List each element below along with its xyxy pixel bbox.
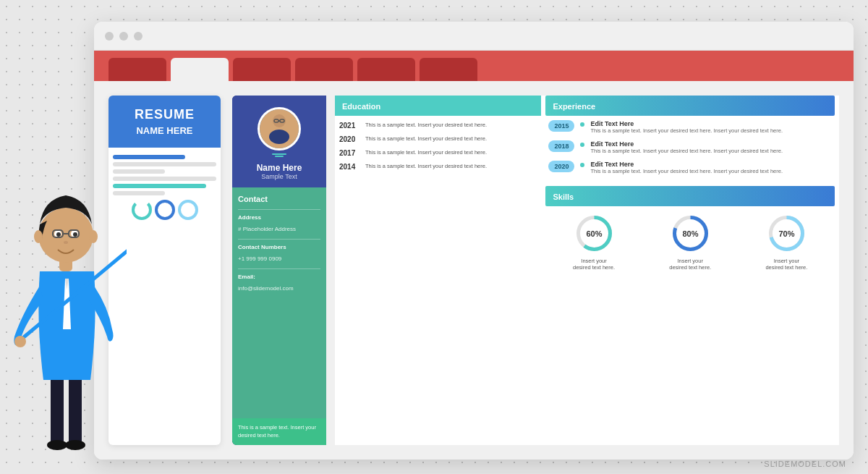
svg-point-33 bbox=[89, 230, 98, 243]
browser-dot-yellow bbox=[119, 32, 128, 41]
exp-item-1: 2018 Edit Text Here This is a sample tex… bbox=[548, 140, 832, 155]
svg-point-17 bbox=[47, 440, 67, 450]
mini-row-4 bbox=[113, 177, 216, 181]
svg-text:60%: 60% bbox=[586, 229, 602, 238]
skill-circle-chart-2: 70% bbox=[767, 213, 807, 253]
mini-resume-title: RESUME bbox=[116, 107, 213, 122]
skills-title: Skills bbox=[553, 192, 574, 201]
contact-address: Address # Placeholder Address bbox=[238, 214, 320, 234]
exp-year-2: 2020 bbox=[548, 161, 574, 172]
edu-text-3: This is a sample text. Insert your desir… bbox=[365, 163, 487, 171]
experience-title: Experience bbox=[553, 102, 595, 111]
svg-text:70%: 70% bbox=[778, 229, 794, 238]
skills-section: 60% Insert your desired text here. 80% bbox=[545, 213, 835, 276]
svg-text:80%: 80% bbox=[682, 229, 698, 238]
mini-charts bbox=[113, 200, 216, 220]
skill-circle-chart-1: 80% bbox=[671, 213, 710, 253]
mini-resume-name: NAME HERE bbox=[116, 125, 213, 136]
edu-text-0: This is a sample text. Insert your desir… bbox=[365, 122, 487, 130]
edu-year-1: 2020 bbox=[339, 135, 359, 143]
svg-point-30 bbox=[64, 241, 68, 244]
sidebar-bottom-text: This is a sample text. Insert your desir… bbox=[232, 418, 326, 445]
edu-item-0: 2021 This is a sample text. Insert your … bbox=[339, 122, 537, 130]
edu-text-1: This is a sample text. Insert your desir… bbox=[365, 135, 487, 143]
skill-circles: 60% Insert your desired text here. 80% bbox=[551, 213, 829, 271]
svg-point-2 bbox=[269, 130, 289, 144]
toolbar-tab-5[interactable] bbox=[357, 58, 415, 81]
education-items: 2021 This is a sample text. Insert your … bbox=[335, 122, 541, 177]
exp-content-2: Edit Text Here This is a sample text. In… bbox=[590, 161, 783, 175]
edu-year-0: 2021 bbox=[339, 122, 359, 130]
mini-chart-3 bbox=[178, 200, 198, 220]
exp-year-0: 2015 bbox=[548, 120, 574, 132]
skill-label-1: Insert your desired text here. bbox=[668, 258, 712, 271]
exp-content-0: Edit Text Here This is a sample text. In… bbox=[590, 120, 783, 135]
exp-dot-2 bbox=[580, 163, 584, 167]
resume-main-wrap: Education 2021 This is a sample text. In… bbox=[335, 96, 839, 445]
toolbar-tab-2[interactable] bbox=[171, 58, 229, 81]
branding: SLIDEMODEL.COM bbox=[764, 460, 846, 468]
sidebar-name: Name Here Sample Text bbox=[257, 163, 302, 180]
edu-year-3: 2014 bbox=[339, 163, 359, 171]
svg-point-32 bbox=[34, 230, 43, 243]
toolbar-tab-4[interactable] bbox=[295, 58, 353, 81]
skill-item-1: 80% Insert your desired text here. bbox=[668, 213, 712, 271]
sidebar-photo-area: Name Here Sample Text bbox=[232, 96, 326, 187]
mini-row-2 bbox=[113, 162, 216, 166]
browser-dot-red bbox=[105, 32, 114, 41]
right-column: Experience 2015 Edit Text Here This is a… bbox=[541, 96, 839, 445]
toolbar bbox=[94, 51, 854, 81]
education-title: Education bbox=[342, 102, 380, 111]
browser-window: RESUME NAME HERE bbox=[94, 22, 854, 460]
skill-circle-chart-0: 60% bbox=[574, 213, 614, 253]
toolbar-tab-1[interactable] bbox=[109, 58, 166, 81]
svg-point-22 bbox=[38, 208, 93, 263]
resume-panel: Name Here Sample Text Contact Address # … bbox=[232, 96, 839, 445]
edu-year-2: 2017 bbox=[339, 149, 359, 157]
contact-email: Email: info@slidemodel.com bbox=[238, 274, 320, 293]
toolbar-tab-6[interactable] bbox=[420, 58, 477, 81]
sidebar-contact: Contact Address # Placeholder Address Co… bbox=[232, 187, 326, 418]
browser-dot-green bbox=[134, 32, 142, 41]
svg-rect-16 bbox=[69, 373, 82, 445]
edu-item-2: 2017 This is a sample text. Insert your … bbox=[339, 149, 537, 157]
toolbar-tab-3[interactable] bbox=[233, 58, 291, 81]
contact-title: Contact bbox=[238, 195, 320, 203]
edu-text-2: This is a sample text. Insert your desir… bbox=[365, 149, 487, 157]
exp-dot-1 bbox=[580, 143, 584, 147]
mini-chart-1 bbox=[132, 200, 152, 220]
mini-chart-2 bbox=[155, 200, 175, 220]
exp-dot-0 bbox=[580, 122, 584, 127]
education-column: Education 2021 This is a sample text. In… bbox=[335, 96, 541, 445]
browser-chrome bbox=[94, 22, 854, 51]
svg-point-25 bbox=[56, 232, 61, 237]
skill-label-0: Insert your desired text here. bbox=[572, 258, 616, 271]
resume-sidebar: Name Here Sample Text Contact Address # … bbox=[232, 96, 326, 445]
svg-rect-15 bbox=[51, 373, 64, 445]
main-content: RESUME NAME HERE bbox=[94, 81, 854, 460]
exp-year-1: 2018 bbox=[548, 140, 574, 152]
exp-item-2: 2020 Edit Text Here This is a sample tex… bbox=[548, 161, 832, 175]
skill-item-2: 70% Insert your desired text here. bbox=[765, 213, 808, 271]
edu-item-1: 2020 This is a sample text. Insert your … bbox=[339, 135, 537, 143]
character-figure bbox=[0, 105, 127, 467]
skill-item-0: 60% Insert your desired text here. bbox=[572, 213, 616, 271]
svg-point-26 bbox=[73, 232, 77, 237]
exp-item-0: 2015 Edit Text Here This is a sample tex… bbox=[548, 120, 832, 135]
edu-item-3: 2014 This is a sample text. Insert your … bbox=[339, 163, 537, 171]
exp-content-1: Edit Text Here This is a sample text. In… bbox=[590, 140, 783, 155]
svg-point-18 bbox=[65, 440, 85, 450]
contact-phone: Contact Numbers +1 999 999 0909 bbox=[238, 244, 320, 263]
experience-items: 2015 Edit Text Here This is a sample tex… bbox=[545, 116, 835, 186]
resume-photo bbox=[258, 107, 301, 151]
svg-point-34 bbox=[14, 336, 26, 347]
skill-label-2: Insert your desired text here. bbox=[765, 258, 808, 271]
mini-row-5 bbox=[113, 184, 206, 188]
